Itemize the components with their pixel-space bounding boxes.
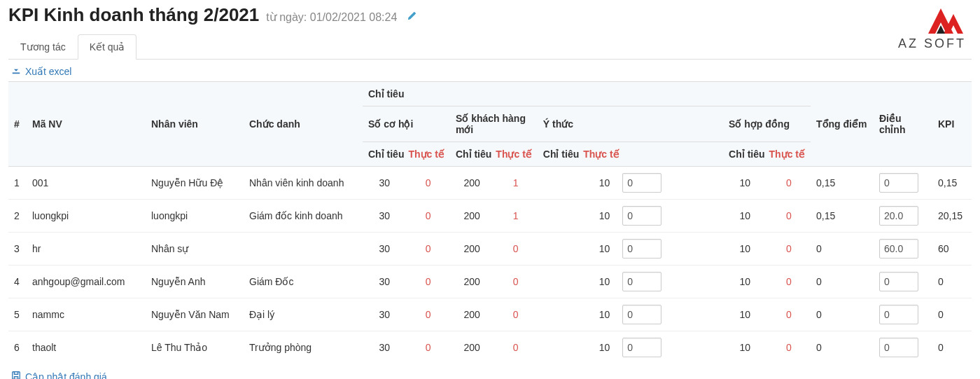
cell-dieu-chinh	[874, 167, 932, 200]
cell-ma-nv: hr	[27, 233, 146, 266]
cell-so-hd-tt: 0	[767, 298, 811, 331]
cell-so-khach-tt: 0	[493, 233, 537, 266]
cell-chuc-danh	[244, 233, 363, 266]
cell-so-hd-tt: 0	[767, 233, 811, 266]
y-thuc-input[interactable]	[622, 206, 662, 226]
cell-tong-diem: 0	[811, 266, 874, 298]
cell-tong-diem: 0	[811, 298, 874, 331]
dieu-chinh-input[interactable]	[879, 239, 918, 259]
y-thuc-input[interactable]	[622, 338, 662, 357]
edit-icon[interactable]	[407, 11, 417, 23]
cell-idx: 4	[8, 266, 27, 298]
save-button[interactable]: Cập nhật đánh giá	[11, 371, 107, 379]
cell-tong-diem: 0,15	[811, 200, 874, 233]
cell-so-khach-ct: 200	[450, 233, 493, 266]
cell-so-khach-tt: 1	[493, 167, 537, 200]
sub-y-thuc: Chỉ tiêuThực tế	[538, 142, 723, 167]
cell-nhan-vien: Lê Thu Thảo	[146, 331, 244, 364]
dieu-chinh-input[interactable]	[879, 305, 918, 324]
cell-y-thuc: 10	[538, 331, 723, 364]
cell-kpi: 0	[932, 298, 972, 331]
logo-text: AZ SOFT	[898, 36, 966, 51]
table-row: 4anhgoup@gmail.comNguyễn AnhGiám Đốc3002…	[8, 266, 972, 298]
cell-so-khach-tt: 1	[493, 200, 537, 233]
cell-kpi: 0	[932, 331, 972, 364]
cell-so-khach-ct: 200	[450, 331, 493, 364]
cell-nhan-vien: Nhân sự	[146, 233, 244, 266]
y-thuc-input[interactable]	[622, 239, 662, 259]
cell-so-khach-ct: 200	[450, 266, 493, 298]
cell-so-khach-tt: 0	[493, 298, 537, 331]
page-subtitle: từ ngày: 01/02/2021 08:24	[266, 11, 397, 24]
group-y-thuc: Ý thức	[538, 106, 723, 142]
col-chi-tieu-group: Chỉ tiêu	[363, 82, 811, 106]
cell-so-khach-tt: 0	[493, 266, 537, 298]
cell-chuc-danh: Trưởng phòng	[244, 331, 363, 364]
cell-tong-diem: 0	[811, 233, 874, 266]
cell-ma-nv: anhgoup@gmail.com	[27, 266, 146, 298]
tab-tuong-tac[interactable]: Tương tác	[8, 34, 78, 60]
cell-so-co-hoi-ct: 30	[363, 266, 406, 298]
cell-so-hd-tt: 0	[767, 167, 811, 200]
cell-so-hd-ct: 10	[723, 298, 766, 331]
cell-chuc-danh: Giám Đốc	[244, 266, 363, 298]
y-thuc-ct: 10	[599, 342, 610, 353]
cell-so-co-hoi-tt: 0	[406, 298, 449, 331]
cell-dieu-chinh	[874, 266, 932, 298]
cell-chuc-danh: Nhân viên kinh doanh	[244, 167, 363, 200]
cell-so-co-hoi-tt: 0	[406, 167, 449, 200]
cell-so-co-hoi-ct: 30	[363, 298, 406, 331]
y-thuc-input[interactable]	[622, 305, 662, 324]
cell-chuc-danh: Giám đốc kinh doanh	[244, 200, 363, 233]
cell-so-khach-tt: 0	[493, 331, 537, 364]
cell-idx: 1	[8, 167, 27, 200]
y-thuc-ct: 10	[599, 309, 610, 320]
cell-tong-diem: 0,15	[811, 167, 874, 200]
cell-y-thuc: 10	[538, 298, 723, 331]
cell-so-hd-ct: 10	[723, 200, 766, 233]
group-so-hop-dong: Số hợp đồng	[723, 106, 811, 142]
dieu-chinh-input[interactable]	[879, 173, 918, 193]
y-thuc-input[interactable]	[622, 173, 662, 193]
cell-so-co-hoi-tt: 0	[406, 200, 449, 233]
cell-dieu-chinh	[874, 233, 932, 266]
cell-ma-nv: nammc	[27, 298, 146, 331]
cell-so-co-hoi-tt: 0	[406, 331, 449, 364]
cell-so-khach-ct: 200	[450, 167, 493, 200]
cell-nhan-vien: Nguyễn Văn Nam	[146, 298, 244, 331]
export-excel-link[interactable]: Xuất excel	[11, 66, 71, 77]
cell-idx: 3	[8, 233, 27, 266]
dieu-chinh-input[interactable]	[879, 206, 918, 226]
y-thuc-ct: 10	[599, 210, 610, 221]
save-icon	[11, 371, 24, 379]
dieu-chinh-input[interactable]	[879, 272, 918, 291]
table-row: 1001Nguyễn Hữu ĐệNhân viên kinh doanh300…	[8, 167, 972, 200]
cell-so-khach-ct: 200	[450, 200, 493, 233]
dieu-chinh-input[interactable]	[879, 338, 918, 357]
sub-so-hd: Chỉ tiêuThực tế	[723, 142, 811, 167]
cell-idx: 6	[8, 331, 27, 364]
table-row: 6thaoltLê Thu ThảoTrưởng phòng3002000101…	[8, 331, 972, 364]
save-button-label: Cập nhật đánh giá	[25, 371, 107, 379]
cell-idx: 5	[8, 298, 27, 331]
table-row: 5nammcNguyễn Văn NamĐại lý30020001010000	[8, 298, 972, 331]
download-icon	[11, 66, 24, 77]
cell-dieu-chinh	[874, 200, 932, 233]
sub-so-co-hoi: Chỉ tiêuThực tế	[363, 142, 450, 167]
y-thuc-ct: 10	[599, 276, 610, 287]
cell-so-hd-ct: 10	[723, 266, 766, 298]
y-thuc-input[interactable]	[622, 272, 662, 291]
cell-y-thuc: 10	[538, 167, 723, 200]
cell-so-co-hoi-ct: 30	[363, 331, 406, 364]
cell-kpi: 60	[932, 233, 972, 266]
cell-chuc-danh: Đại lý	[244, 298, 363, 331]
cell-y-thuc: 10	[538, 200, 723, 233]
cell-so-hd-tt: 0	[767, 266, 811, 298]
cell-so-hd-tt: 0	[767, 200, 811, 233]
y-thuc-ct: 10	[599, 177, 610, 188]
tabs: Tương tác Kết quả	[8, 34, 972, 60]
cell-so-co-hoi-tt: 0	[406, 266, 449, 298]
table-row: 3hrNhân sự300200010100060	[8, 233, 972, 266]
col-ma-nv: Mã NV	[27, 82, 146, 167]
tab-ket-qua[interactable]: Kết quả	[78, 34, 137, 60]
